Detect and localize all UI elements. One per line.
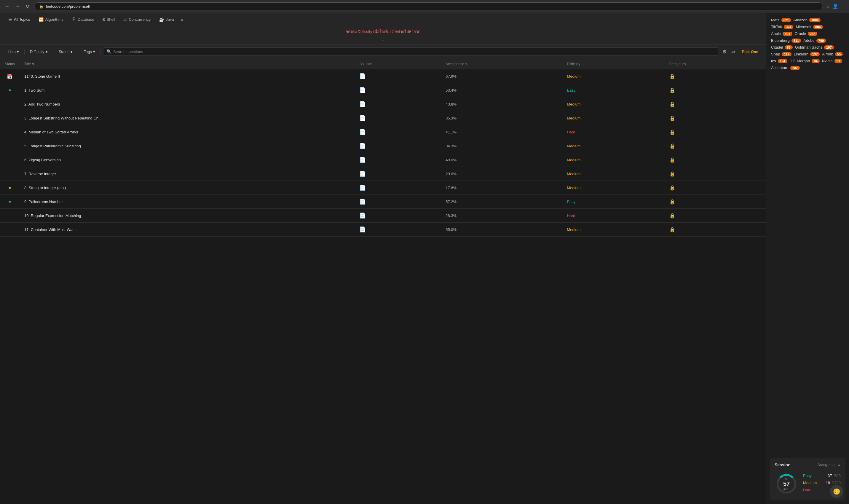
company-item[interactable]: TikTok374 [771, 24, 793, 29]
company-item[interactable]: Airbnb55 [822, 52, 843, 56]
solution-cell[interactable]: 📄 [355, 181, 441, 195]
company-badge: 258 [808, 32, 817, 36]
solution-icon[interactable]: 📄 [359, 115, 366, 121]
solution-cell[interactable]: 📄 [355, 111, 441, 125]
tab-concurrency[interactable]: ⇄ Concurrency [120, 15, 154, 24]
company-item[interactable]: Amazon1684 [793, 18, 820, 22]
company-item[interactable]: Adobe799 [803, 38, 826, 43]
company-item[interactable]: Bloomberg811 [771, 38, 801, 43]
solution-icon[interactable]: 📄 [359, 157, 366, 163]
problem-link[interactable]: 1140. Stone Game II [24, 74, 60, 78]
solution-cell[interactable]: 📄 [355, 223, 441, 237]
solution-cell[interactable]: 📄 [355, 195, 441, 209]
session-settings-icon[interactable]: ⚙ [837, 463, 841, 467]
company-item[interactable]: Citadel85 [771, 45, 793, 50]
tab-database[interactable]: 🗄 Database [68, 15, 98, 24]
search-area[interactable]: 🔍 [103, 48, 719, 56]
lists-filter[interactable]: Lists ▾ [5, 48, 22, 56]
company-item[interactable]: Snap117 [771, 52, 792, 56]
title-cell[interactable]: 4. Median of Two Sorted Arrays [20, 125, 355, 139]
lock-icon: 🔒 [669, 144, 675, 148]
solution-cell[interactable]: 📄 [355, 139, 441, 153]
settings-icon[interactable]: ⚙ [721, 48, 728, 56]
solution-icon[interactable]: 📄 [359, 171, 366, 177]
url-bar[interactable]: 🔒 leetcode.com/problemset/ [34, 2, 823, 11]
title-cell[interactable]: 1140. Stone Game II [20, 69, 355, 83]
solution-icon[interactable]: 📄 [359, 129, 366, 135]
solution-icon[interactable]: 📄 [359, 73, 366, 79]
tags-filter[interactable]: Tags ▾ [80, 48, 98, 56]
status-filter[interactable]: Status ▾ [56, 48, 76, 56]
lock-icon: 🔒 [669, 185, 675, 190]
solution-cell[interactable]: 📄 [355, 209, 441, 223]
col-difficulty[interactable]: Difficulty ↓ [562, 59, 664, 69]
solution-cell[interactable]: 📄 [355, 153, 441, 167]
chat-bubble[interactable]: 😊 [830, 485, 843, 498]
problem-link[interactable]: 4. Median of Two Sorted Arrays [24, 130, 78, 134]
company-item[interactable]: Apple804 [771, 32, 792, 36]
company-item[interactable]: J.P. Morgan84 [790, 59, 820, 63]
company-item[interactable]: Meta821 [771, 18, 791, 22]
shuffle-icon[interactable]: ⇌ [730, 48, 736, 56]
tab-all-topics[interactable]: ☰ All Topics [5, 15, 34, 24]
problem-link[interactable]: 11. Container With Most Wat... [24, 228, 77, 232]
title-cell[interactable]: 1. Two Sum [20, 83, 355, 97]
solution-cell[interactable]: 📄 [355, 167, 441, 181]
company-item[interactable]: LinkedIn137 [794, 52, 820, 56]
problem-link[interactable]: 2. Add Two Numbers [24, 102, 60, 106]
tab-java[interactable]: ☕ Java [155, 15, 177, 24]
title-cell[interactable]: 2. Add Two Numbers [20, 97, 355, 111]
problem-link[interactable]: 6. Zigzag Conversion [24, 158, 61, 162]
solution-icon[interactable]: 📄 [359, 213, 366, 218]
solution-icon[interactable]: 📄 [359, 87, 366, 93]
solution-icon[interactable]: 📄 [359, 185, 366, 191]
problem-link[interactable]: 7. Reverse Integer [24, 172, 56, 176]
solution-icon[interactable]: 📄 [359, 143, 366, 149]
company-item[interactable]: tcs134 [771, 59, 787, 63]
company-item[interactable]: Goldman Sachs197 [795, 45, 834, 50]
tab-algorithms[interactable]: 🔁 Algorithms [35, 15, 67, 24]
difficulty-filter[interactable]: Difficulty ▾ [27, 48, 51, 56]
company-item[interactable]: Microsoft886 [796, 24, 823, 29]
problem-link[interactable]: 1. Two Sum [24, 88, 44, 92]
pick-one-button[interactable]: Pick One [739, 48, 761, 56]
star-icon[interactable]: ☆ [826, 3, 830, 9]
title-cell[interactable]: 10. Regular Expression Matching [20, 209, 355, 223]
lock-icon: 🔒 [669, 74, 675, 79]
problem-link[interactable]: 5. Longest Palindromic Substring [24, 144, 81, 148]
title-cell[interactable]: 3. Longest Substring Without Repeating C… [20, 111, 355, 125]
more-icon[interactable]: ⋮ [841, 3, 846, 9]
forward-button[interactable]: → [14, 3, 22, 10]
title-cell[interactable]: 7. Reverse Integer [20, 167, 355, 181]
problem-link[interactable]: 8. String to Integer (atoi) [24, 185, 66, 190]
reload-button[interactable]: ↻ [24, 3, 31, 10]
title-cell[interactable]: 6. Zigzag Conversion [20, 153, 355, 167]
solution-cell[interactable]: 📄 [355, 69, 441, 83]
company-item[interactable]: Nvidia91 [822, 59, 842, 63]
lock-icon: 🔒 [669, 227, 675, 232]
browser-actions: ☆ 👤 ⋮ [826, 3, 846, 9]
col-acceptance[interactable]: Acceptance ⇅ [441, 59, 562, 69]
title-cell[interactable]: 8. String to Integer (atoi) [20, 181, 355, 195]
medium-label: Medium [803, 481, 817, 485]
title-cell[interactable]: 11. Container With Most Wat... [20, 223, 355, 237]
solution-icon[interactable]: 📄 [359, 199, 366, 204]
company-item[interactable]: Oracle258 [795, 32, 817, 36]
solution-icon[interactable]: 📄 [359, 227, 366, 232]
problem-link[interactable]: 9. Palindrome Number [24, 199, 63, 204]
solution-cell[interactable]: 📄 [355, 125, 441, 139]
company-name: Nvidia [822, 59, 833, 63]
more-tabs-button[interactable]: » [179, 16, 186, 23]
title-cell[interactable]: 5. Longest Palindromic Substring [20, 139, 355, 153]
solution-cell[interactable]: 📄 [355, 83, 441, 97]
company-item[interactable]: Accenture102 [771, 66, 800, 70]
back-button[interactable]: ← [3, 3, 12, 10]
tab-shell[interactable]: $ Shell [99, 15, 119, 24]
solution-cell[interactable]: 📄 [355, 97, 441, 111]
solution-icon[interactable]: 📄 [359, 101, 366, 107]
problem-link[interactable]: 10. Regular Expression Matching [24, 214, 81, 218]
profile-icon[interactable]: 👤 [832, 3, 838, 9]
problem-link[interactable]: 3. Longest Substring Without Repeating C… [24, 116, 102, 120]
search-input[interactable] [113, 50, 716, 54]
title-cell[interactable]: 9. Palindrome Number [20, 195, 355, 209]
